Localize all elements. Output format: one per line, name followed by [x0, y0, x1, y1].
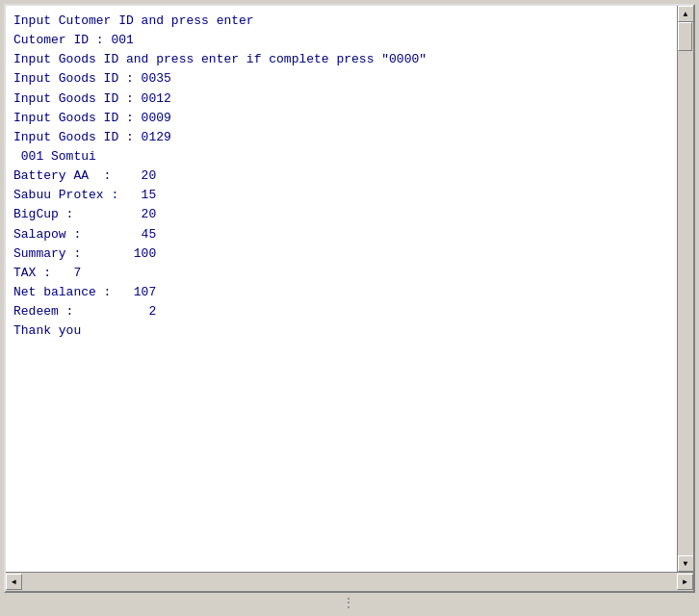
terminal-line: Redeem : 2: [13, 302, 669, 321]
dots-area: ⋮: [4, 593, 695, 612]
scrollbar-thumb-y[interactable]: [678, 22, 692, 51]
terminal-line: Salapow : 45: [13, 225, 669, 244]
terminal-line: Input Cutomer ID and press enter: [13, 12, 669, 31]
scrollbar-track-x: [22, 574, 677, 590]
terminal-line: TAX : 7: [13, 264, 669, 283]
terminal-line: Thank you: [13, 321, 669, 341]
terminal-line: BigCup : 20: [13, 205, 669, 224]
scroll-down-button[interactable]: ▼: [678, 555, 694, 572]
terminal-window: Input Cutomer ID and press enterCutomer …: [4, 4, 695, 593]
terminal-line: Input Goods ID : 0012: [13, 90, 669, 109]
scroll-right-button[interactable]: ►: [677, 574, 693, 590]
terminal-output: Input Cutomer ID and press enterCutomer …: [6, 6, 677, 572]
scrollbar-track-y: [678, 22, 693, 555]
scroll-up-button[interactable]: ▲: [678, 6, 694, 22]
dots-icon: ⋮: [342, 595, 357, 611]
terminal-line: Net balance : 107: [13, 283, 669, 302]
terminal-line: Sabuu Protex : 15: [13, 186, 669, 205]
terminal-line: 001 Somtui: [13, 147, 669, 167]
vertical-scrollbar: ▲ ▼: [677, 6, 693, 572]
scroll-container: Input Cutomer ID and press enterCutomer …: [6, 6, 693, 572]
scroll-left-button[interactable]: ◄: [6, 574, 22, 590]
horizontal-scrollbar-container: ◄ ►: [6, 572, 693, 591]
terminal-line: Input Goods ID and press enter if comple…: [13, 50, 669, 69]
terminal-line: Battery AA : 20: [13, 167, 669, 186]
terminal-line: Cutomer ID : 001: [13, 31, 669, 50]
terminal-line: Input Goods ID : 0035: [13, 69, 669, 89]
terminal-line: Input Goods ID : 0009: [13, 109, 669, 128]
terminal-line: Summary : 100: [13, 244, 669, 264]
terminal-line: Input Goods ID : 0129: [13, 128, 669, 147]
